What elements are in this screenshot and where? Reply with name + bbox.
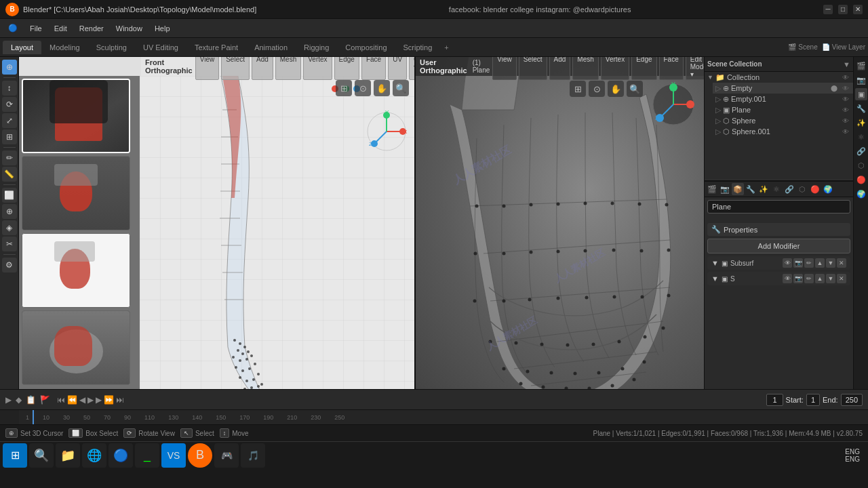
props-scene-icon[interactable]: 🎬 — [706, 183, 718, 195]
pv-mod[interactable]: 🔧 — [855, 102, 867, 115]
thumb-item-1[interactable] — [22, 79, 130, 153]
props-material-icon[interactable]: 🔴 — [809, 183, 821, 195]
tab-scripting[interactable]: Scripting — [395, 41, 441, 54]
lv-edge-btn[interactable]: Edge — [334, 57, 359, 80]
next-frame-btn[interactable]: ⏩ — [104, 395, 114, 405]
menu-blender[interactable]: 🔵 — [3, 22, 23, 34]
tool-transform[interactable]: ⊞ — [2, 129, 17, 144]
zoom-btn[interactable]: 🔍 — [393, 80, 409, 96]
props-modifier-icon[interactable]: 🔧 — [745, 183, 757, 195]
timeline-keying-btn[interactable]: ◆ — [16, 395, 22, 405]
taskbar-files[interactable]: 📁 — [56, 443, 80, 468]
tool-smooth[interactable]: ⚙ — [2, 258, 17, 272]
rv-add-btn[interactable]: Add — [549, 57, 571, 80]
taskbar-edge[interactable]: 🌐 — [82, 443, 106, 468]
props-constraints-icon[interactable]: 🔗 — [783, 183, 795, 195]
lv-add-btn[interactable]: Add — [252, 57, 273, 80]
lv-face-btn[interactable]: Face — [361, 57, 386, 80]
subsurf-del-btn[interactable]: ✕ — [837, 258, 846, 268]
grid-btn[interactable]: ⊞ — [336, 80, 352, 96]
thumb-item-4[interactable] — [22, 310, 130, 385]
thumb-item-3[interactable] — [22, 233, 130, 308]
collection-vis[interactable]: 👁 — [841, 73, 850, 82]
sphere001-vis[interactable]: 👁 — [841, 127, 850, 136]
props-physics-icon[interactable]: ⚛ — [770, 183, 783, 195]
taskbar-search[interactable]: 🔍 — [29, 443, 54, 468]
lv-mesh-btn[interactable]: Mesh — [275, 57, 301, 80]
tab-texture-paint[interactable]: Texture Paint — [186, 41, 246, 54]
play-btn[interactable]: ▶ — [87, 395, 94, 405]
scene-name[interactable]: Scene — [798, 43, 817, 51]
empty-vis[interactable]: 👁 — [841, 83, 850, 93]
rv-view-btn[interactable]: View — [492, 57, 517, 80]
pv-const[interactable]: 🔗 — [855, 145, 867, 157]
tab-layout[interactable]: Layout — [3, 41, 41, 54]
taskbar-chrome[interactable]: 🔵 — [108, 443, 133, 468]
lv-global-btn[interactable]: Global ▾ — [409, 57, 416, 80]
menu-render[interactable]: Render — [74, 23, 109, 34]
tab-rigging[interactable]: Rigging — [296, 41, 337, 54]
timeline-playback-btn[interactable]: ▶ — [5, 395, 12, 405]
next-keyframe-btn[interactable]: ▶ — [96, 395, 102, 405]
taskbar-app2[interactable]: 🎵 — [241, 443, 265, 468]
lv-view-btn[interactable]: View — [195, 57, 220, 80]
lv-select-btn[interactable]: Select — [221, 57, 250, 80]
rv-face-btn[interactable]: Face — [659, 57, 684, 80]
empty-row[interactable]: ▷ ⊕ Empty ⬤ 👁 — [713, 83, 853, 94]
add-modifier-button[interactable]: Add Modifier — [707, 239, 850, 253]
close-button[interactable]: ✕ — [853, 5, 863, 14]
subsurf-down-btn[interactable]: ▼ — [826, 258, 835, 268]
tool-annotate[interactable]: ✏ — [2, 150, 17, 165]
taskbar-blender[interactable]: B — [188, 443, 212, 468]
prev-frame-btn[interactable]: ⏪ — [67, 395, 77, 405]
end-frame[interactable]: 250 — [841, 394, 863, 406]
menu-window[interactable]: Window — [111, 23, 148, 34]
plane-vis[interactable]: 👁 — [841, 105, 850, 115]
thumb-item-2[interactable] — [22, 156, 130, 230]
tool-loop-cut[interactable]: ◈ — [2, 220, 17, 235]
props-data-icon[interactable]: ⬡ — [796, 183, 808, 195]
prev-keyframe-btn[interactable]: ◀ — [79, 395, 85, 405]
left-viewport[interactable]: Front Orthographic View Select Add Mesh … — [19, 57, 416, 389]
pv-render[interactable]: 📷 — [855, 74, 867, 86]
start-frame[interactable]: 1 — [806, 394, 820, 406]
timeline-view-btn[interactable]: 📋 — [26, 395, 36, 405]
object-name-field[interactable]: Plane — [707, 200, 850, 214]
tool-extrude[interactable]: ⊕ — [2, 204, 17, 219]
empty-restrict[interactable]: ⬤ — [831, 85, 837, 92]
props-render-icon[interactable]: 📷 — [719, 183, 731, 195]
jump-start-btn[interactable]: ⏮ — [57, 395, 65, 405]
menu-edit[interactable]: Edit — [49, 23, 73, 34]
props-object-icon[interactable]: 📦 — [732, 183, 744, 195]
tool-rotate[interactable]: ⟳ — [2, 97, 17, 112]
mod2-edit-btn[interactable]: ✏ — [804, 274, 814, 283]
frame-track[interactable]: 1 10 30 50 70 90 110 130 140 150 170 190… — [19, 410, 868, 424]
rv-orbit-btn[interactable]: ⊙ — [589, 81, 605, 97]
taskbar-start[interactable]: ⊞ — [3, 443, 27, 468]
tab-animation[interactable]: Animation — [246, 41, 296, 54]
taskbar-app1[interactable]: 🎮 — [214, 443, 239, 468]
rv-pan-btn[interactable]: ✋ — [608, 81, 624, 97]
add-workspace-button[interactable]: + — [440, 42, 452, 53]
pv-phys[interactable]: ⚛ — [855, 131, 867, 143]
sphere-row[interactable]: ▷ ⬡ Sphere 👁 — [713, 115, 853, 126]
mod2-expand[interactable]: ▼ — [711, 274, 719, 283]
tool-cube[interactable]: ⬜ — [2, 188, 17, 203]
rv-zoom-btn[interactable]: 🔍 — [627, 81, 643, 97]
orbit-btn[interactable]: ⊙ — [355, 80, 371, 96]
rv-mesh-btn[interactable]: Mesh — [572, 57, 598, 80]
subsurf-up-btn[interactable]: ▲ — [815, 258, 825, 268]
subsurf-render-btn[interactable]: 📷 — [793, 258, 803, 268]
pv-obj[interactable]: ▣ — [855, 88, 867, 100]
rv-edge-btn[interactable]: Edge — [631, 57, 656, 80]
tab-sculpting[interactable]: Sculpting — [88, 41, 135, 54]
lv-uv-btn[interactable]: UV — [388, 57, 407, 80]
filter-icon[interactable]: ▼ — [843, 60, 850, 68]
tool-knife[interactable]: ✂ — [2, 237, 17, 251]
mod2-render-btn[interactable]: 📷 — [793, 274, 803, 283]
collection-row[interactable]: ▼ 📁 Collection 👁 — [705, 72, 853, 83]
mod2-vis-btn[interactable]: 👁 — [783, 274, 792, 283]
tab-uv-editing[interactable]: UV Editing — [135, 41, 186, 54]
view-layer-name[interactable]: View Layer — [832, 43, 865, 51]
pan-btn[interactable]: ✋ — [374, 80, 390, 96]
